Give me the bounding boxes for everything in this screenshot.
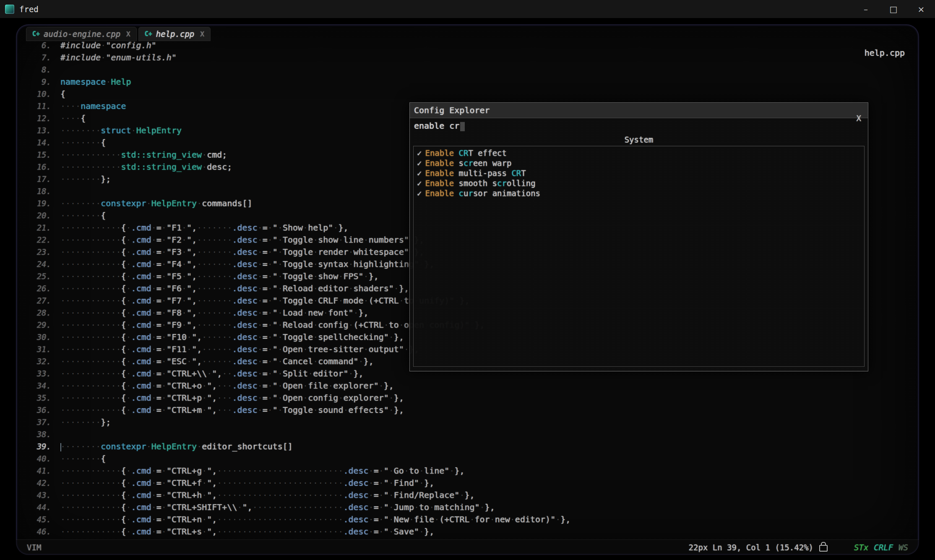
line-number: 34. xyxy=(23,380,60,392)
config-option-label-segment xyxy=(454,189,458,198)
config-option-enable-cursor-animations[interactable]: ✓Enable cursor animations xyxy=(417,188,861,198)
config-explorer-panel: Config Explorer X enable cr System ✓Enab… xyxy=(409,102,868,371)
config-option-enable-screen-warp[interactable]: ✓Enable screen warp xyxy=(417,158,861,168)
code-text: #include·"enum-utils.h" xyxy=(60,52,177,64)
code-text: ············{·.cmd·=·"F7·",·······.desc·… xyxy=(60,295,470,307)
checkbox-checked-icon[interactable]: ✓ xyxy=(417,189,422,198)
code-line: 37.········}; xyxy=(23,416,919,428)
code-text: ············{·.cmd·=·"CTRL+p·",···.desc·… xyxy=(60,392,404,404)
config-explorer-title: Config Explorer xyxy=(414,105,490,115)
code-line: 39.········constexpr·HelpEntry·editor_sh… xyxy=(23,441,919,453)
line-number: 33. xyxy=(23,368,60,380)
config-option-label-segment: r xyxy=(468,189,473,198)
line-number: 15. xyxy=(23,149,60,161)
text-cursor xyxy=(60,443,61,451)
config-option-label-segment: CR xyxy=(459,148,469,158)
code-text: ············{·.cmd·=·"F8·",·······.desc·… xyxy=(60,307,369,319)
checkbox-checked-icon[interactable]: ✓ xyxy=(417,179,422,188)
code-line: 43.············{·.cmd·=·"CTRL+h·",······… xyxy=(23,489,919,501)
editor-screen: C+audio-engine.cppXC+help.cppX help.cpp … xyxy=(16,24,919,555)
line-number: 35. xyxy=(23,392,60,404)
lock-icon xyxy=(819,545,828,552)
line-number: 20. xyxy=(23,210,60,222)
code-text: { xyxy=(60,88,65,100)
line-number: 12. xyxy=(23,112,60,124)
code-text: ············{·.cmd·=·"F2·",·······.desc·… xyxy=(60,234,424,246)
config-option-label-segment: olling xyxy=(507,179,536,188)
line-number: 38. xyxy=(23,428,60,441)
code-text: ········{ xyxy=(60,137,106,149)
close-button[interactable]: × xyxy=(907,0,935,18)
code-text: ············{·.cmd·=·"CTRL+f·",·········… xyxy=(60,477,434,489)
code-line: 36.············{·.cmd·=·"CTRL+m·",···.de… xyxy=(23,404,919,416)
search-text-cursor xyxy=(460,122,465,131)
cpp-file-icon: C+ xyxy=(145,30,152,38)
code-text: ········struct·HelpEntry xyxy=(60,124,182,137)
checkbox-checked-icon[interactable]: ✓ xyxy=(417,158,422,168)
app-icon xyxy=(5,5,14,14)
line-number: 11. xyxy=(23,100,60,112)
code-line: 6.#include·"config.h" xyxy=(23,39,919,52)
code-line: 46.············{·.cmd·=·"CTRL+s·",······… xyxy=(23,526,919,538)
line-number: 23. xyxy=(23,246,60,258)
status-flags: STxCRLFWS xyxy=(849,543,908,552)
config-option-enable-crt-effect[interactable]: ✓Enable CRT effect xyxy=(417,148,861,158)
config-option-label-segment: Enable xyxy=(425,179,454,188)
tab-close-icon[interactable]: X xyxy=(126,30,130,38)
line-number: 21. xyxy=(23,222,60,234)
code-text: ············{·.cmd·=·"F3·",·······.desc·… xyxy=(60,246,424,258)
status-flag-stx: STx xyxy=(854,543,868,552)
line-number: 9. xyxy=(23,76,60,88)
line-number: 39. xyxy=(23,441,60,453)
code-text: ············{·.cmd·=·"CTRL+SHIFT+\\·",··… xyxy=(60,501,495,513)
line-number: 36. xyxy=(23,404,60,416)
config-option-label-segment: multi-pass xyxy=(454,169,511,178)
config-explorer-close-button[interactable]: X xyxy=(857,114,861,123)
code-text: ········}; xyxy=(60,173,111,185)
line-number: 40. xyxy=(23,453,60,465)
config-option-label-segment: cr xyxy=(464,158,473,168)
tab-audio-engine-cpp[interactable]: C+audio-engine.cppX xyxy=(26,27,137,41)
maximize-button[interactable]: □ xyxy=(880,0,907,18)
checkbox-checked-icon[interactable]: ✓ xyxy=(417,169,422,178)
checkbox-checked-icon[interactable]: ✓ xyxy=(417,148,422,158)
line-number: 17. xyxy=(23,173,60,185)
code-line: 40.········{ xyxy=(23,453,919,465)
line-number: 25. xyxy=(23,270,60,283)
config-search-input[interactable]: enable cr xyxy=(410,118,868,133)
cpp-file-icon: C+ xyxy=(32,30,40,38)
code-line: 9.namespace·Help xyxy=(23,76,919,88)
code-text: ········{ xyxy=(60,210,106,222)
config-option-label-segment: c xyxy=(459,189,464,198)
config-option-label-segment: Enable xyxy=(425,148,454,158)
line-number: 32. xyxy=(23,355,60,368)
code-text: #include·"config.h" xyxy=(60,39,156,52)
code-text: ············{·.cmd·=·"CTRL+n·",·········… xyxy=(60,513,570,526)
line-number: 19. xyxy=(23,197,60,210)
code-line: 45.············{·.cmd·=·"CTRL+n·",······… xyxy=(23,513,919,526)
line-number: 27. xyxy=(23,295,60,307)
code-text: ············{·.cmd·=·"F1·",·······.desc·… xyxy=(60,222,349,234)
window-title: fred xyxy=(19,5,39,14)
tab-close-icon[interactable]: X xyxy=(200,30,204,38)
config-option-enable-multi-pass-crt[interactable]: ✓Enable multi-pass CRT xyxy=(417,168,861,178)
code-text: ············{·.cmd·=·"F11·",······.desc·… xyxy=(60,343,419,355)
config-option-enable-smooth-scrolling[interactable]: ✓Enable smooth scrolling xyxy=(417,178,861,188)
status-flag-ws: WS xyxy=(899,543,908,552)
code-text: ············{·.cmd·=·"CTRL+\\·",··.desc·… xyxy=(60,368,364,380)
status-flag-crlf: CRLF xyxy=(874,543,893,552)
code-text: ········constexpr·HelpEntry·commands[] xyxy=(60,197,253,210)
code-text: ············{·.cmd·=·"ESC·",······.desc·… xyxy=(60,355,374,368)
minimize-button[interactable]: – xyxy=(852,0,880,18)
file-name-overlay: help.cpp xyxy=(865,48,905,58)
config-option-label-segment: Enable xyxy=(425,189,454,198)
line-number: 28. xyxy=(23,307,60,319)
code-text: ····{ xyxy=(60,112,86,124)
code-line: 10.{ xyxy=(23,88,919,100)
tab-label: audio-engine.cpp xyxy=(44,29,120,39)
tab-help-cpp[interactable]: C+help.cppX xyxy=(138,27,211,41)
code-text: ············std::string_view·desc; xyxy=(60,161,232,173)
line-number: 42. xyxy=(23,477,60,489)
config-explorer-titlebar[interactable]: Config Explorer xyxy=(410,103,868,118)
code-text: ············{·.cmd·=·"CTRL+g·",·········… xyxy=(60,465,464,477)
